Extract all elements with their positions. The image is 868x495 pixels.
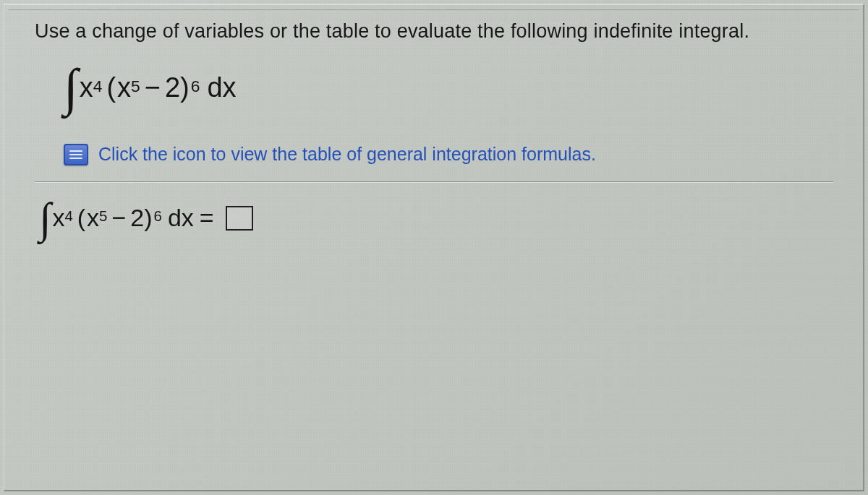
outer-exp: 6 bbox=[154, 208, 162, 225]
inner-exp: 5 bbox=[131, 77, 140, 96]
inner-exp: 5 bbox=[99, 208, 107, 225]
coef-exp: 4 bbox=[64, 208, 72, 225]
outer-exp: 6 bbox=[191, 77, 200, 96]
coef-exp: 4 bbox=[93, 77, 103, 96]
